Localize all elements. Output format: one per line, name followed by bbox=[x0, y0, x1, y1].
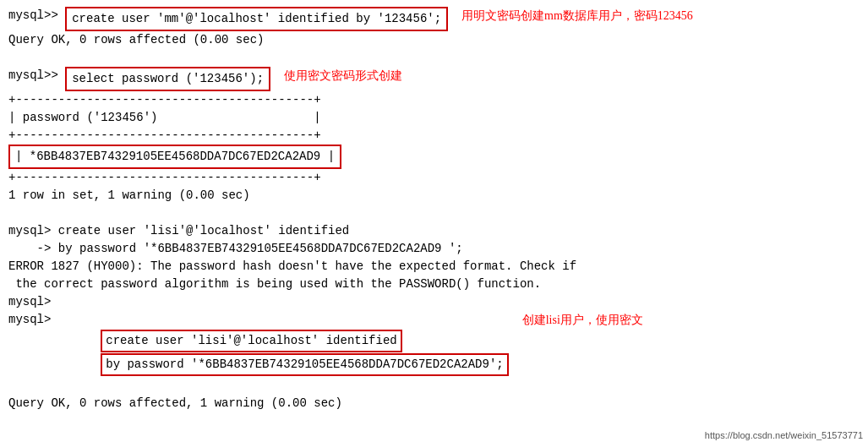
mysql-prompt-alone: mysql> bbox=[8, 293, 51, 311]
cmd-create-lisi-1a: create user 'lisi'@'localhost' identifie… bbox=[58, 222, 349, 240]
annotation-create-lisi: 创建lisi用户，使用密文 bbox=[522, 311, 643, 329]
line-query-ok-1: Query OK, 0 rows affected (0.00 sec) bbox=[8, 31, 860, 49]
table-bot-line: +---------------------------------------… bbox=[8, 169, 860, 187]
query-ok-text-1: Query OK, 0 rows affected (0.00 sec) bbox=[8, 31, 264, 49]
terminal-container: mysql>> create user 'mm'@'localhost' ide… bbox=[8, 7, 860, 412]
error-text-1: ERROR 1827 (HY000): The password hash do… bbox=[8, 258, 576, 276]
query-ok-final-text: Query OK, 0 rows affected, 1 warning (0.… bbox=[8, 395, 342, 412]
mysql-prompt-2: mysql>> bbox=[8, 67, 65, 85]
cmd-create-lisi-1b: by password '*6BB4837EB74329105EE4568DDA… bbox=[58, 240, 463, 258]
table-data-row: | *6BB4837EB74329105EE4568DDA7DC67ED2CA2… bbox=[8, 145, 860, 169]
annotation-create-mm: 用明文密码创建mm数据库用户，密码123456 bbox=[461, 7, 693, 25]
table-mid-line: +---------------------------------------… bbox=[8, 127, 860, 145]
password-hash-value: | *6BB4837EB74329105EE4568DDA7DC67ED2CA2… bbox=[8, 145, 341, 169]
cmd-select-password: select password ('123456'); bbox=[65, 67, 270, 91]
mysql-continue-prompt-1: -> bbox=[8, 240, 58, 258]
mysql-prompt-4: mysql> bbox=[8, 311, 58, 329]
line-error-1: ERROR 1827 (HY000): The password hash do… bbox=[8, 258, 860, 276]
table-header-row: | password ('123456') | bbox=[8, 109, 860, 127]
cmd-create-mm: create user 'mm'@'localhost' identified … bbox=[65, 7, 448, 31]
annotation-select: 使用密文密码形式创建 bbox=[284, 67, 402, 85]
table-top-line: +---------------------------------------… bbox=[8, 91, 860, 109]
cmd-create-lisi-2b: by password '*6BB4837EB74329105EE4568DDA… bbox=[101, 353, 508, 376]
mysql-prompt-3: mysql> bbox=[8, 222, 58, 240]
line-create-lisi-1: mysql> create user 'lisi'@'localhost' id… bbox=[8, 222, 860, 240]
line-error-2: the correct password algorithm is being … bbox=[8, 276, 860, 293]
blank-line-2 bbox=[8, 205, 860, 222]
cmd-create-lisi-2a: create user 'lisi'@'localhost' identifie… bbox=[101, 330, 401, 352]
line-create-lisi-2a: mysql> create user 'lisi'@'localhost' id… bbox=[8, 311, 860, 395]
line-query-ok-final: Query OK, 0 rows affected, 1 warning (0.… bbox=[8, 395, 860, 412]
line-mysql-prompt-alone: mysql> bbox=[8, 293, 860, 311]
line-create-mm: mysql>> create user 'mm'@'localhost' ide… bbox=[8, 7, 860, 31]
line-create-mm-text: mysql>> bbox=[8, 7, 65, 25]
row-count-text: 1 row in set, 1 warning (0.00 sec) bbox=[8, 187, 250, 205]
error-text-2: the correct password algorithm is being … bbox=[8, 276, 541, 293]
watermark: https://blog.csdn.net/weixin_51573771 bbox=[705, 430, 863, 440]
line-select-password: mysql>> select password ('123456'); 使用密文… bbox=[8, 67, 860, 91]
line-row-count: 1 row in set, 1 warning (0.00 sec) bbox=[8, 187, 860, 205]
blank-line-1 bbox=[8, 49, 860, 67]
line-create-lisi-1b: -> by password '*6BB4837EB74329105EE4568… bbox=[8, 240, 860, 258]
